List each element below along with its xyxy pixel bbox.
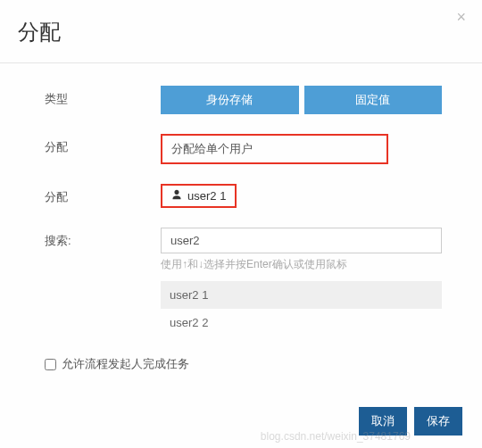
modal-footer: 取消 保存 [359,407,462,436]
search-results: user2 1 user2 2 [161,281,442,336]
allow-initiator-checkbox[interactable] [45,359,56,370]
row-search: 搜索: 使用↑和↓选择并按Enter确认或使用鼠标 user2 1 user2 … [18,228,464,336]
type-option-fixed[interactable]: 固定值 [304,86,443,114]
assign-mode-select[interactable]: 分配给单个用户 [161,134,388,164]
label-assign-mode: 分配 [18,134,161,155]
row-type: 类型 身份存储 固定值 [18,86,464,114]
row-assign-mode: 分配 分配给单个用户 [18,134,464,164]
close-icon[interactable]: × [456,9,466,25]
cancel-button[interactable]: 取消 [359,407,407,436]
result-item[interactable]: user2 1 [161,281,442,309]
type-segment-group: 身份存储 固定值 [161,86,442,114]
search-hint: 使用↑和↓选择并按Enter确认或使用鼠标 [161,257,442,272]
selected-user-label: user2 1 [187,189,226,203]
row-assign-user: 分配 user2 1 [18,184,464,208]
modal-header: 分配 × [0,0,482,63]
search-input[interactable] [161,228,442,253]
label-assign-user: 分配 [18,184,161,205]
result-item[interactable]: user2 2 [161,309,442,336]
modal-body: 类型 身份存储 固定值 分配 分配给单个用户 分配 user2 1 搜索: [0,63,482,381]
label-search: 搜索: [18,228,161,249]
allow-initiator-label: 允许流程发起人完成任务 [62,356,189,372]
save-button[interactable]: 保存 [414,407,462,436]
modal-title: 分配 [18,18,464,46]
selected-user-tag[interactable]: user2 1 [161,184,237,208]
label-type: 类型 [18,86,161,107]
row-allow-initiator: 允许流程发起人完成任务 [18,356,464,372]
user-icon [171,189,182,203]
type-option-identity[interactable]: 身份存储 [161,86,299,114]
